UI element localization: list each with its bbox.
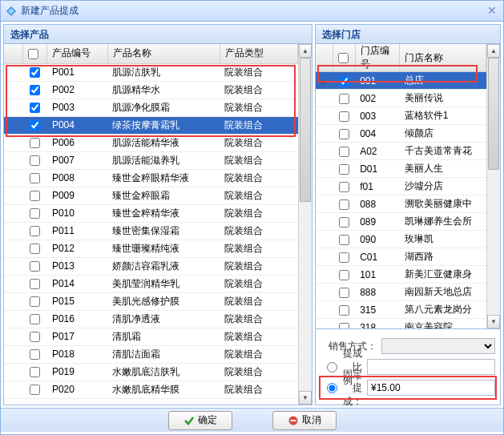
row-checkbox[interactable] xyxy=(30,349,40,360)
svg-rect-3 xyxy=(290,420,296,421)
table-row[interactable]: P020水嫩肌底精华膜院装组合 xyxy=(4,381,298,398)
table-row[interactable]: C01湖西路 xyxy=(316,248,486,266)
row-checkbox[interactable] xyxy=(339,147,349,157)
row-checkbox[interactable] xyxy=(30,85,40,95)
row-checkbox[interactable] xyxy=(339,76,349,87)
col-product-type[interactable]: 产品类型 xyxy=(220,44,297,63)
row-checkbox[interactable] xyxy=(30,155,40,166)
ratio-radio[interactable] xyxy=(327,362,337,373)
scrollbar[interactable]: ▲ ▼ xyxy=(486,44,500,328)
row-checkbox[interactable] xyxy=(339,129,349,139)
table-row[interactable]: 088溯歌美丽健康中 xyxy=(316,195,486,213)
table-row[interactable]: P014美肌莹润精华乳院装组合 xyxy=(4,275,298,292)
row-checkbox[interactable] xyxy=(339,182,349,192)
col-store-name[interactable]: 门店名称 xyxy=(400,44,486,72)
dialog-footer: 确定 取消 xyxy=(1,408,503,432)
row-checkbox[interactable] xyxy=(30,296,40,307)
row-checkbox[interactable] xyxy=(30,314,40,324)
row-checkbox[interactable] xyxy=(30,385,40,395)
row-checkbox[interactable] xyxy=(339,217,349,228)
row-checkbox[interactable] xyxy=(339,305,349,316)
table-row[interactable]: P015美肌光感修护膜院装组合 xyxy=(4,292,298,310)
fixed-input[interactable] xyxy=(367,380,495,396)
cancel-button[interactable]: 取消 xyxy=(272,411,337,430)
row-marker-icon: ▶ xyxy=(321,78,327,86)
scroll-up-icon[interactable]: ▲ xyxy=(299,44,312,58)
row-checkbox[interactable] xyxy=(339,235,349,245)
col-check-header[interactable] xyxy=(333,44,355,72)
table-row[interactable]: f01沙墟分店 xyxy=(316,178,486,195)
row-checkbox[interactable] xyxy=(30,226,40,236)
table-row[interactable]: P011臻世密集保湿霜院装组合 xyxy=(4,222,298,240)
table-row[interactable]: P013娇颜洁容霜乳液院装组合 xyxy=(4,257,298,275)
table-row[interactable]: 002美丽传说 xyxy=(316,90,486,107)
store-grid[interactable]: 门店编号 门店名称 ▶001总店002美丽传说003蓝格软件1004倾颜店A02… xyxy=(316,44,486,328)
scrollbar[interactable]: ▲ ▼ xyxy=(298,44,312,405)
ok-button[interactable]: 确定 xyxy=(168,411,232,430)
table-row[interactable]: P012臻世珊璨精纯液院装组合 xyxy=(4,240,298,257)
table-row[interactable]: 888南园新天地总店 xyxy=(316,284,486,301)
row-checkbox[interactable] xyxy=(339,252,349,263)
table-row[interactable]: P007肌源活能滋养乳院装组合 xyxy=(4,151,298,169)
col-product-code[interactable]: 产品编号 xyxy=(47,44,107,63)
table-row[interactable]: P018清肌洁面霜院装组合 xyxy=(4,345,298,363)
ratio-input[interactable] xyxy=(367,359,495,375)
col-marker xyxy=(4,44,23,63)
table-row[interactable]: P017清肌霜院装组合 xyxy=(4,328,298,345)
col-check-header[interactable] xyxy=(23,44,47,63)
row-checkbox[interactable] xyxy=(30,120,40,131)
table-row[interactable]: P002肌源精华水院装组合 xyxy=(4,81,298,99)
store-panel-title: 选择门店 xyxy=(316,25,500,44)
table-row[interactable]: 003蓝格软件1 xyxy=(316,107,486,125)
scroll-down-icon[interactable]: ▼ xyxy=(487,315,500,328)
table-row[interactable]: P008臻世金粹眼精华液院装组合 xyxy=(4,169,298,187)
row-checkbox[interactable] xyxy=(339,199,349,210)
table-row[interactable]: P006肌源活能精华液院装组合 xyxy=(4,134,298,151)
scroll-thumb[interactable] xyxy=(488,58,499,170)
row-checkbox[interactable] xyxy=(30,367,40,377)
row-checkbox[interactable] xyxy=(30,332,40,342)
row-checkbox[interactable] xyxy=(30,173,40,183)
fixed-radio[interactable] xyxy=(327,383,337,393)
row-checkbox[interactable] xyxy=(339,323,349,328)
scroll-thumb[interactable] xyxy=(300,58,311,202)
table-row[interactable]: D01美丽人生 xyxy=(316,160,486,178)
table-row[interactable]: 004倾颜店 xyxy=(316,125,486,143)
table-row[interactable]: A02千古美道常青花 xyxy=(316,143,486,160)
table-row[interactable]: 315第八元素龙岗分 xyxy=(316,301,486,319)
table-row[interactable]: 318南京美容院 xyxy=(316,319,486,329)
table-row[interactable]: P001肌源洁肤乳院装组合 xyxy=(4,63,298,81)
row-checkbox[interactable] xyxy=(30,67,40,78)
table-row[interactable]: 090玫琳凯 xyxy=(316,231,486,248)
row-checkbox[interactable] xyxy=(30,261,40,272)
table-row[interactable]: P016清肌净透液院装组合 xyxy=(4,310,298,328)
row-checkbox[interactable] xyxy=(339,111,349,122)
sale-mode-select[interactable] xyxy=(381,338,495,354)
scroll-up-icon[interactable]: ▲ xyxy=(487,44,500,58)
table-row[interactable]: P003肌源净化膜霜院装组合 xyxy=(4,99,298,116)
table-row[interactable]: 089凯琳娜养生会所 xyxy=(316,213,486,231)
table-row[interactable]: 101新美汇亚健康身 xyxy=(316,266,486,284)
col-product-name[interactable]: 产品名称 xyxy=(107,44,220,63)
table-row[interactable]: P010臻世金粹精华液院装组合 xyxy=(4,204,298,222)
row-checkbox[interactable] xyxy=(30,191,40,201)
table-row[interactable]: P004绿茶按摩膏霜乳院装组合 xyxy=(4,116,298,134)
row-checkbox[interactable] xyxy=(339,270,349,280)
col-store-code[interactable]: 门店编号 xyxy=(355,44,400,72)
dialog-body: 选择产品 产品编号 产品名称 产品类型 P001肌源洁肤乳院装组合P002肌源精… xyxy=(1,22,503,408)
table-row[interactable]: P019水嫩肌底洁肤乳院装组合 xyxy=(4,363,298,381)
row-checkbox[interactable] xyxy=(30,208,40,219)
row-checkbox[interactable] xyxy=(339,94,349,104)
table-row[interactable]: ▶001总店 xyxy=(316,72,486,90)
product-grid[interactable]: 产品编号 产品名称 产品类型 P001肌源洁肤乳院装组合P002肌源精华水院装组… xyxy=(4,44,298,405)
row-checkbox[interactable] xyxy=(30,279,40,289)
row-checkbox[interactable] xyxy=(30,138,40,148)
close-icon[interactable]: ✕ xyxy=(486,5,498,18)
row-checkbox[interactable] xyxy=(339,288,349,298)
row-checkbox[interactable] xyxy=(30,103,40,113)
scroll-down-icon[interactable]: ▼ xyxy=(299,391,312,405)
table-row[interactable]: P009臻世金粹眼霜院装组合 xyxy=(4,187,298,204)
row-checkbox[interactable] xyxy=(30,244,40,254)
row-checkbox[interactable] xyxy=(339,164,349,175)
dialog-title: 新建产品提成 xyxy=(21,4,486,18)
